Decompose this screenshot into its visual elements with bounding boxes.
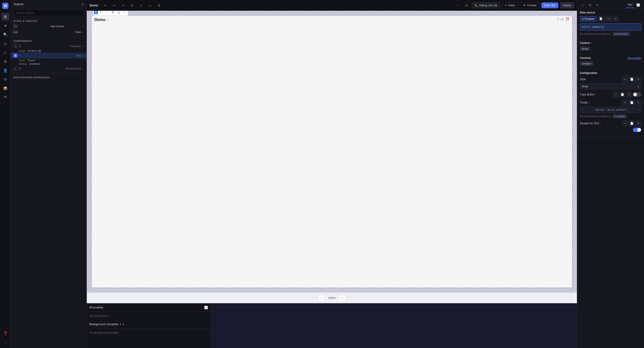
undo-button[interactable]: ↩ (111, 2, 118, 9)
bottom-panels: Runnables ⬜ No scripts/flows Background … (87, 303, 577, 348)
disable-no-text-info-icon[interactable]: ℹ (600, 122, 600, 125)
state-context-title: State & Context (14, 20, 38, 22)
draft-button[interactable]: Draft ⌘S (541, 3, 558, 8)
sidebar-item-help[interactable]: ❓ (1, 329, 10, 337)
split-view-button[interactable]: ⊟ (463, 2, 470, 9)
style-edit-icon[interactable]: ✏ (622, 76, 628, 82)
disable-no-text-label: Disable No Text (580, 122, 598, 125)
tooltip-expand-icon[interactable]: ⤢ (637, 108, 639, 111)
style-file-icon[interactable]: 📄 (629, 76, 634, 82)
right-panel-copy-icon[interactable]: ⬜ (635, 2, 641, 8)
state-item[interactable]: state State ∨ (11, 29, 86, 35)
toolbar-expand-btn[interactable]: ⤢ (122, 11, 127, 15)
fn-button[interactable]: ⨍ (613, 16, 618, 22)
sidebar-item-flows[interactable]: ▷ (1, 48, 10, 56)
sidebar-item-packages[interactable]: 📦 (1, 84, 10, 92)
search-outputs-input[interactable] (14, 10, 84, 16)
debug-label: Debug runs (0) (480, 4, 497, 7)
style-select[interactable]: Body ∨ (580, 84, 641, 89)
logo[interactable]: W (1, 2, 10, 10)
tablet-button[interactable]: ▭ (146, 2, 154, 9)
component-a-item[interactable]: a ↻ Container ∧ (11, 43, 86, 49)
zoom-in-button[interactable]: + (339, 295, 345, 301)
components-header: Components (11, 38, 86, 43)
toolbar-anchor-btn[interactable]: ⚓ (116, 11, 121, 15)
sidebar-item-favorites[interactable]: ★ (1, 22, 10, 30)
sidebar-item-collapse[interactable]: → (1, 338, 10, 346)
preview-button[interactable]: 👁 Preview (520, 2, 540, 9)
component-a-chevron-icon[interactable]: ∧ (82, 45, 84, 48)
component-c-item[interactable]: c ↻ Recompute all ∨ (11, 66, 86, 71)
template-button[interactable]: {} Template (580, 16, 596, 22)
sidebar-item-search[interactable]: 🔍 (1, 31, 10, 39)
runnables-title: Runnables (90, 306, 103, 309)
disable-no-text-edit-icon[interactable]: ✏ (622, 120, 628, 126)
more-options-button[interactable]: ⋯ (454, 2, 461, 9)
zoom-out-button[interactable]: − (318, 295, 325, 301)
toolbar-layout-btn[interactable]: ⊞ (110, 11, 116, 15)
copy-button-toggle[interactable] (633, 92, 641, 97)
code-button[interactable]: <> (605, 16, 612, 22)
canvas-clock-icon[interactable]: ⏰ (566, 18, 569, 21)
editor-button[interactable]: ✏ Editor (502, 2, 518, 9)
sidebar-item-home[interactable]: ⊟ (1, 13, 10, 21)
tab-text[interactable]: Text (626, 2, 634, 8)
refresh-icon[interactable]: ↻ (557, 18, 560, 21)
sidebar-item-settings[interactable]: ⚙ (1, 75, 10, 83)
edit-title-button[interactable]: ✏ (102, 2, 109, 9)
tooltip-reset-icon[interactable]: ⟳ (636, 100, 641, 105)
show-details-link[interactable]: Show details (628, 57, 641, 59)
context-info-icon[interactable]: ℹ (591, 42, 592, 45)
sidebar-item-visibility[interactable]: 👁 (1, 93, 10, 101)
sidebar-item-users[interactable]: 👤 (1, 66, 10, 74)
canvas-info-icon[interactable]: ℹ (107, 18, 108, 22)
style-reset-icon[interactable]: ⟳ (636, 76, 641, 82)
runnables-header: Runnables ⬜ (87, 303, 211, 312)
tooltip-file-icon[interactable]: 📄 (629, 100, 634, 105)
file-button[interactable]: 📄 (597, 16, 604, 22)
component-b-edit-icon[interactable]: ✏ (19, 54, 21, 57)
component-b-item[interactable]: b ✏ Text ∧ (11, 53, 86, 58)
re-eval-badge: ctx.summary (613, 32, 630, 36)
bg-runnables-add-icon[interactable]: + (122, 322, 124, 326)
redo-button[interactable]: ↪ (120, 2, 127, 9)
disable-no-text-reset-icon[interactable]: ⟳ (636, 120, 641, 126)
style-subsection: Style ✏ 📄 ⟳ Body ∨ (580, 76, 641, 89)
tooltip-info-icon[interactable]: ℹ (588, 101, 590, 104)
copy-edit-icon[interactable]: ✏ (613, 92, 618, 97)
debug-runs-button[interactable]: 🐛 Debug runs (0) (472, 2, 500, 9)
ctx-item[interactable]: ctx App Context ∨ (11, 23, 86, 29)
tooltip-subsection: Tooltip ℹ ✏ 📄 ⟳ 1 `Author: ${ctx.author}… (580, 100, 641, 118)
tooltip-code-area: 1 `Author: ${ctx.author}` ⤢ (580, 107, 641, 113)
align-button[interactable]: ⊟ (128, 2, 136, 9)
tooltip-edit-icon[interactable]: ✏ (622, 100, 628, 105)
toolbar-down-btn[interactable]: ↓ (104, 11, 110, 15)
copy-reset-icon[interactable]: ⟳ (626, 92, 632, 97)
toolbar-edit-btn[interactable]: ✏ (98, 11, 104, 15)
deploy-button[interactable]: Deploy (560, 2, 574, 9)
tab-component-icon[interactable]: ⊞ (587, 2, 593, 8)
runnables-copy-icon[interactable]: ⬜ (204, 306, 208, 309)
disable-no-text-file-icon[interactable]: 📄 (629, 120, 634, 126)
tooltip-re-eval-row: Re-evaluated on changes to: ctx.author (580, 114, 641, 118)
tab-add-icon[interactable]: + (580, 2, 586, 8)
sidebar-item-apps[interactable]: ◎ (1, 39, 10, 48)
component-c-chevron-icon[interactable]: ∨ (82, 67, 84, 70)
sidebar-item-components[interactable]: ⊞ (1, 57, 10, 65)
disable-no-text-toggle[interactable] (633, 128, 641, 132)
component-a-refresh-icon[interactable]: ↻ (19, 44, 22, 48)
data-source-code-input[interactable]: ${ctx.summary} (580, 23, 641, 31)
prop-group-key: group (19, 50, 25, 52)
component-c-refresh-icon[interactable]: ↻ (19, 67, 22, 70)
outputs-collapse-icon[interactable]: ⊟ (82, 3, 84, 6)
component-a-type: Container (70, 45, 81, 48)
copy-button-label: Copy Button (580, 93, 594, 96)
component-b-chevron-icon[interactable]: ∧ (82, 54, 84, 57)
expand-button[interactable]: ⤢ (138, 2, 145, 9)
bg-runnables-info-icon[interactable]: ℹ (120, 323, 121, 326)
bg-runnables-title: Background runnables (14, 76, 50, 79)
prop-loading-key: loading (19, 63, 26, 65)
desktop-button[interactable]: 🖥 (156, 2, 162, 9)
copy-file-icon[interactable]: 📄 (620, 92, 625, 97)
tab-style-icon[interactable]: ✦ (594, 2, 600, 8)
